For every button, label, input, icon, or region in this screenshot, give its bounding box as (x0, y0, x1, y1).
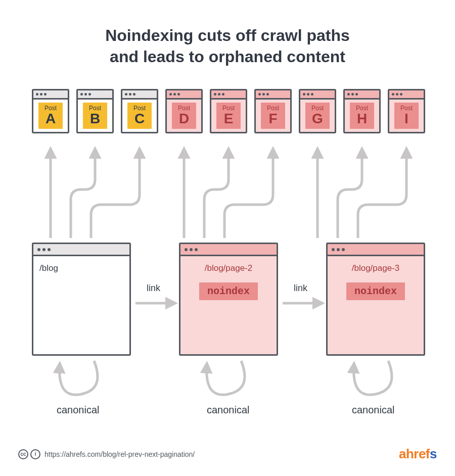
footer-left: cc i https://ahrefs.com/blog/rel-prev-ne… (18, 449, 195, 459)
post-card: PostH (350, 103, 374, 129)
window-titlebar (328, 244, 424, 256)
title-line-1: Noindexing cuts off crawl paths (105, 26, 350, 44)
post-letter: C (127, 112, 152, 128)
window-titlebar (180, 244, 277, 256)
post-window-a: PostA (32, 89, 69, 133)
window-titlebar (211, 90, 246, 100)
page-url: /blog/page-2 (187, 263, 270, 273)
post-window-f: PostF (254, 89, 292, 133)
post-window-g: PostG (299, 89, 336, 133)
window-titlebar (389, 90, 424, 100)
cc-icon: cc (18, 449, 28, 459)
page-url: /blog/page-3 (334, 263, 418, 273)
diagram-canvas: Noindexing cuts off crawl paths and lead… (0, 0, 455, 476)
post-card: PostI (394, 103, 419, 129)
post-letter: E (216, 112, 241, 128)
post-card: PostE (216, 103, 241, 129)
post-letter: G (305, 112, 330, 128)
post-window-b: PostB (76, 89, 114, 133)
post-card: PostG (305, 103, 330, 129)
page-window-3: /blog/page-3 noindex (326, 243, 425, 356)
window-titlebar (33, 244, 129, 256)
post-window-c: PostC (121, 89, 158, 133)
noindex-badge: noindex (346, 282, 405, 300)
window-titlebar (167, 90, 201, 100)
window-titlebar (33, 90, 68, 100)
post-letter: I (394, 112, 419, 128)
post-window-d: PostD (165, 89, 203, 133)
page-window-1: /blog (32, 243, 131, 356)
post-card: PostD (172, 103, 196, 129)
window-titlebar (122, 90, 157, 100)
post-letter: A (38, 112, 63, 128)
post-letter: D (172, 112, 196, 128)
page-url: /blog (39, 263, 123, 273)
post-letter: H (350, 112, 374, 128)
post-card: PostF (261, 103, 285, 129)
by-icon: i (30, 449, 40, 459)
noindex-badge: noindex (199, 282, 258, 300)
source-url: https://ahrefs.com/blog/rel-prev-next-pa… (44, 450, 195, 458)
footer: cc i https://ahrefs.com/blog/rel-prev-ne… (18, 446, 437, 462)
post-card: PostA (38, 103, 63, 129)
logo-suffix: s (430, 446, 437, 461)
post-window-h: PostH (343, 89, 381, 133)
page-window-2: /blog/page-2 noindex (179, 243, 278, 356)
post-window-i: PostI (388, 89, 425, 133)
post-letter: F (261, 112, 285, 128)
post-letter: B (83, 112, 107, 128)
window-titlebar (300, 90, 335, 100)
ahrefs-logo: ahrefs (399, 446, 437, 462)
window-titlebar (78, 90, 112, 100)
logo-text: ahref (399, 446, 430, 461)
canonical-label-3: canonical (352, 404, 395, 416)
post-card: PostC (127, 103, 152, 129)
post-window-e: PostE (210, 89, 247, 133)
link-label-1: link (147, 283, 160, 294)
diagram-title: Noindexing cuts off crawl paths and lead… (0, 25, 455, 67)
canonical-label-1: canonical (57, 404, 100, 416)
window-titlebar (345, 90, 379, 100)
post-card: PostB (83, 103, 107, 129)
window-titlebar (256, 90, 290, 100)
link-label-2: link (294, 283, 307, 294)
canonical-label-2: canonical (207, 404, 250, 416)
title-line-2: and leads to orphaned content (110, 47, 345, 66)
cc-icons: cc i (18, 449, 40, 459)
